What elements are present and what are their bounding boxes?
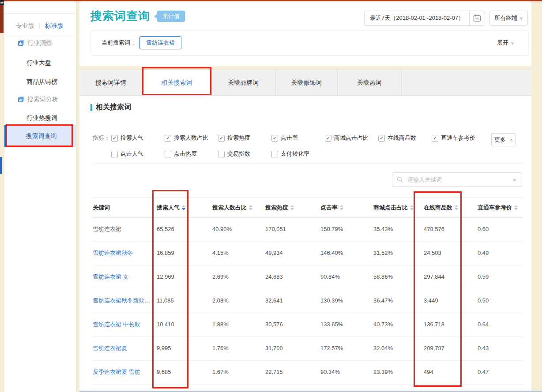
metric-label: 交易指数: [227, 150, 250, 158]
column-header-label: 直通车参考价: [478, 198, 512, 217]
checkbox-unchecked-icon[interactable]: [111, 151, 118, 157]
sort-icon[interactable]: [182, 205, 185, 210]
sort-icon[interactable]: [290, 205, 294, 210]
keyword-cell: 雪纺连衣裙 中长款: [93, 313, 153, 336]
value-cell: 0.60: [474, 218, 523, 241]
metric-checkbox-item[interactable]: ✓搜索人数占比: [165, 134, 218, 142]
sort-icon[interactable]: [340, 205, 343, 210]
column-header-6[interactable]: 商城点击占比: [370, 198, 420, 217]
value-cell: 36.47%: [370, 289, 420, 313]
terminal-select[interactable]: 所有终端∨: [489, 11, 528, 26]
keyword-link[interactable]: 雪纺连衣裙 女: [93, 273, 129, 280]
value-cell: 136,718: [420, 313, 474, 336]
column-header-2[interactable]: 搜索人气: [153, 198, 209, 217]
value-cell: 0.64: [474, 313, 523, 336]
section-header: 相关搜索词: [90, 103, 131, 112]
value-cell: 0.43: [474, 337, 523, 360]
keyword-link[interactable]: 雪纺连衣裙秋冬: [93, 250, 133, 256]
sidebar-item-5[interactable]: 行业热搜词: [4, 112, 76, 123]
sort-icon[interactable]: [249, 205, 252, 210]
calendar-button[interactable]: 15: [469, 11, 485, 25]
value-cell: 90.84%: [317, 265, 370, 289]
expand-toggle[interactable]: 展开∨: [497, 39, 514, 47]
metric-checkbox-item[interactable]: ✓搜索热度: [218, 134, 271, 142]
column-header-3[interactable]: 搜索人数占比: [209, 198, 262, 217]
metric-label: 点击人气: [120, 150, 143, 158]
metric-label: 搜索热度: [227, 134, 250, 142]
checkbox-unchecked-icon[interactable]: [165, 151, 171, 157]
value-cell: 0.49: [474, 242, 523, 265]
section-title: 相关搜索词: [96, 103, 131, 112]
tab-1[interactable]: 搜索词详情: [79, 70, 143, 95]
keyword-link[interactable]: 雪纺连衣裙夏: [93, 345, 127, 351]
tab-4[interactable]: 关联修饰词: [276, 70, 338, 95]
column-header-1: 关键词: [93, 198, 153, 217]
value-cell: 32.04%: [370, 337, 420, 360]
value-cell: 0.47: [474, 361, 523, 384]
checkbox-checked-icon[interactable]: ✓: [165, 135, 171, 142]
metric-label: 在线商品数: [388, 134, 416, 142]
checkbox-checked-icon[interactable]: ✓: [218, 135, 225, 142]
keyword-link[interactable]: 雪纺连衣裙 中长款: [93, 321, 140, 328]
value-cell: 31,700: [262, 337, 317, 360]
metric-checkbox-item[interactable]: ✓直通车参考价: [432, 134, 485, 142]
column-header-4[interactable]: 搜索热度: [262, 198, 317, 217]
metric-checkbox-item[interactable]: ✓商城点击占比: [325, 134, 378, 142]
metric-label: 商城点击占比: [334, 134, 369, 142]
more-metrics-button[interactable]: 更多 ∧: [491, 133, 516, 146]
value-cell: 146.40%: [317, 242, 370, 265]
terminal-select-value: 所有终端: [494, 15, 517, 21]
metric-checkbox-item[interactable]: ✓在线商品数: [378, 134, 432, 142]
sort-icon[interactable]: [455, 205, 458, 210]
column-header-label: 商城点击占比: [373, 198, 408, 217]
checkbox-checked-icon[interactable]: ✓: [271, 135, 278, 142]
sidebar-item-4[interactable]: 搜索词分析: [4, 93, 76, 105]
value-cell: 11,085: [153, 289, 209, 313]
checkbox-checked-icon[interactable]: ✓: [111, 135, 118, 142]
tab-3[interactable]: 关联品牌词: [211, 70, 276, 95]
metric-checkbox-item[interactable]: ✓点击率: [271, 134, 325, 142]
checkbox-checked-icon[interactable]: ✓: [378, 135, 385, 142]
table-row-3: 雪纺连衣裙 女12,9692.69%24,68390.84%58.86%297,…: [93, 265, 523, 289]
sidebar-nav: 行业洞察行业大盘商品店铺榜搜索词分析行业热搜词搜索词查询: [4, 1, 76, 392]
keyword-search-input[interactable]: [406, 176, 512, 183]
value-cell: 10,410: [153, 313, 209, 336]
value-cell: 209,787: [420, 337, 474, 360]
checkbox-checked-icon[interactable]: ✓: [432, 135, 438, 142]
checkbox-unchecked-icon[interactable]: [271, 151, 278, 157]
metric-checkbox-item[interactable]: ✓搜索人气: [111, 134, 165, 142]
current-search-term-panel: 当前搜索词： 雪纺连衣裙 展开∨: [90, 30, 529, 56]
tab-2[interactable]: 相关搜索词: [143, 70, 211, 95]
date-range-picker[interactable]: 最近7天（2018-02-01~2018-02-07） 15: [364, 11, 485, 26]
tab-5[interactable]: 关联热词: [338, 70, 402, 95]
metric-label: 搜索人气: [120, 134, 143, 142]
metric-label: 点击率: [281, 134, 298, 142]
metric-checkbox-item[interactable]: 支付转化率: [271, 150, 325, 158]
column-header-7[interactable]: 在线商品数: [420, 198, 474, 217]
column-header-5[interactable]: 点击率: [317, 198, 370, 217]
metric-checkbox-item[interactable]: 点击人气: [111, 150, 165, 158]
sidebar-item-1[interactable]: 行业洞察: [4, 37, 76, 49]
page-title: 搜索词查询: [90, 8, 150, 24]
metric-checkbox-item[interactable]: 点击热度: [165, 150, 218, 158]
checkbox-checked-icon[interactable]: ✓: [325, 135, 331, 142]
search-icon: [397, 176, 403, 183]
value-cell: 1.67%: [209, 361, 262, 384]
value-cell: 40.90%: [209, 218, 262, 241]
metric-label: 支付转化率: [281, 150, 309, 158]
metric-checkbox-item[interactable]: 交易指数: [218, 150, 271, 158]
sidebar-item-2[interactable]: 行业大盘: [4, 57, 76, 68]
sidebar-item-6[interactable]: 搜索词查询: [4, 125, 76, 147]
checkbox-unchecked-icon[interactable]: [218, 151, 225, 157]
sidebar-item-3[interactable]: 商品店铺榜: [4, 76, 76, 87]
sort-icon[interactable]: [514, 205, 518, 210]
value-cell: 130.39%: [317, 289, 370, 313]
column-header-8[interactable]: 直通车参考价: [474, 198, 523, 217]
clear-search-icon[interactable]: ×: [512, 176, 517, 183]
keyword-link[interactable]: 雪纺连衣裙秋冬新款女...: [93, 297, 153, 304]
keyword-link[interactable]: 反季连衣裙夏 雪纺: [93, 369, 140, 375]
sort-icon[interactable]: [410, 205, 414, 210]
keyword-cell: 雪纺连衣裙秋冬: [93, 242, 153, 265]
current-term-chip[interactable]: 雪纺连衣裙: [139, 36, 181, 49]
value-cell: 35.43%: [370, 218, 420, 241]
